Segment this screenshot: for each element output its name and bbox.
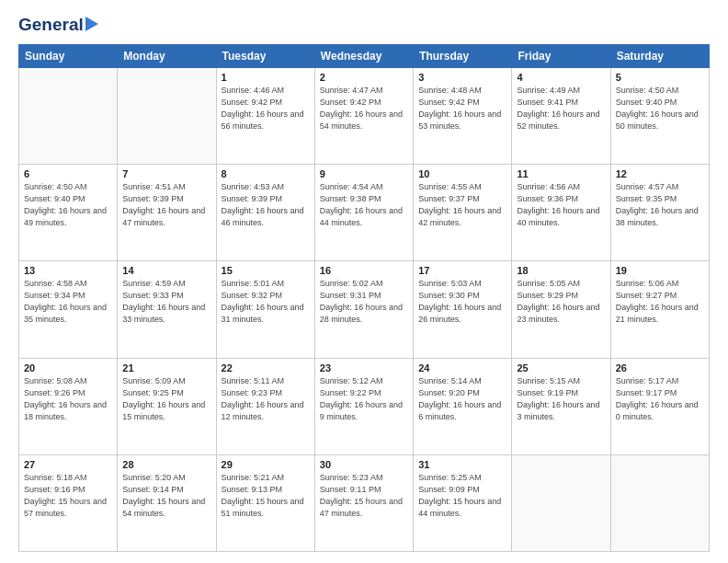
day-info: Sunrise: 5:18 AMSunset: 9:16 PMDaylight:…	[24, 472, 112, 520]
day-number: 14	[122, 265, 210, 276]
day-number: 20	[24, 362, 112, 373]
day-number: 10	[418, 168, 506, 179]
day-info: Sunrise: 4:57 AMSunset: 9:35 PMDaylight:…	[616, 181, 704, 229]
day-number: 29	[222, 459, 310, 470]
day-number: 26	[616, 362, 704, 373]
day-header-wednesday: Wednesday	[314, 44, 413, 67]
calendar-cell: 18Sunrise: 5:05 AMSunset: 9:29 PMDayligh…	[512, 261, 610, 358]
day-header-sunday: Sunday	[19, 44, 118, 67]
calendar-header-row: SundayMondayTuesdayWednesdayThursdayFrid…	[19, 44, 710, 67]
calendar-week-3: 20Sunrise: 5:08 AMSunset: 9:26 PMDayligh…	[19, 358, 710, 454]
day-header-thursday: Thursday	[414, 44, 512, 67]
calendar-cell: 31Sunrise: 5:25 AMSunset: 9:09 PMDayligh…	[414, 454, 512, 551]
day-header-tuesday: Tuesday	[216, 44, 314, 67]
calendar-cell: 19Sunrise: 5:06 AMSunset: 9:27 PMDayligh…	[610, 261, 709, 358]
day-number: 7	[122, 168, 210, 179]
day-number: 30	[320, 459, 408, 470]
day-number: 19	[616, 265, 704, 276]
calendar-cell: 26Sunrise: 5:17 AMSunset: 9:17 PMDayligh…	[610, 358, 709, 454]
day-info: Sunrise: 5:03 AMSunset: 9:30 PMDaylight:…	[418, 278, 506, 326]
logo-general: General	[18, 15, 84, 34]
day-info: Sunrise: 5:05 AMSunset: 9:29 PMDaylight:…	[517, 278, 605, 326]
day-info: Sunrise: 5:09 AMSunset: 9:25 PMDaylight:…	[122, 375, 210, 423]
calendar-cell	[118, 67, 216, 164]
calendar-week-1: 6Sunrise: 4:50 AMSunset: 9:40 PMDaylight…	[19, 165, 710, 261]
day-header-monday: Monday	[118, 44, 216, 67]
calendar-cell: 22Sunrise: 5:11 AMSunset: 9:23 PMDayligh…	[216, 358, 314, 454]
calendar-cell: 21Sunrise: 5:09 AMSunset: 9:25 PMDayligh…	[118, 358, 216, 454]
calendar-week-2: 13Sunrise: 4:58 AMSunset: 9:34 PMDayligh…	[19, 261, 710, 358]
day-number: 13	[24, 265, 112, 276]
day-info: Sunrise: 5:06 AMSunset: 9:27 PMDaylight:…	[616, 278, 704, 326]
day-number: 17	[418, 265, 506, 276]
calendar-cell: 30Sunrise: 5:23 AMSunset: 9:11 PMDayligh…	[314, 454, 413, 551]
day-number: 28	[122, 459, 210, 470]
calendar-cell: 14Sunrise: 4:59 AMSunset: 9:33 PMDayligh…	[118, 261, 216, 358]
day-number: 3	[418, 72, 506, 83]
calendar-cell: 28Sunrise: 5:20 AMSunset: 9:14 PMDayligh…	[118, 454, 216, 551]
calendar-cell: 6Sunrise: 4:50 AMSunset: 9:40 PMDaylight…	[19, 165, 118, 261]
day-info: Sunrise: 5:02 AMSunset: 9:31 PMDaylight:…	[320, 278, 408, 326]
day-number: 12	[616, 168, 704, 179]
calendar-week-4: 27Sunrise: 5:18 AMSunset: 9:16 PMDayligh…	[19, 454, 710, 551]
day-number: 23	[320, 362, 408, 373]
calendar-cell	[512, 454, 610, 551]
day-info: Sunrise: 5:23 AMSunset: 9:11 PMDaylight:…	[320, 472, 408, 520]
calendar-cell: 7Sunrise: 4:51 AMSunset: 9:39 PMDaylight…	[118, 165, 216, 261]
day-header-saturday: Saturday	[610, 44, 709, 67]
day-number: 2	[320, 72, 408, 83]
calendar-cell: 24Sunrise: 5:14 AMSunset: 9:20 PMDayligh…	[414, 358, 512, 454]
day-info: Sunrise: 5:25 AMSunset: 9:09 PMDaylight:…	[418, 472, 506, 520]
day-number: 18	[517, 265, 605, 276]
day-info: Sunrise: 5:08 AMSunset: 9:26 PMDaylight:…	[24, 375, 112, 423]
day-number: 5	[616, 72, 704, 83]
day-info: Sunrise: 4:54 AMSunset: 9:38 PMDaylight:…	[320, 181, 408, 229]
calendar-cell: 27Sunrise: 5:18 AMSunset: 9:16 PMDayligh…	[19, 454, 118, 551]
calendar-cell: 11Sunrise: 4:56 AMSunset: 9:36 PMDayligh…	[512, 165, 610, 261]
calendar-cell: 15Sunrise: 5:01 AMSunset: 9:32 PMDayligh…	[216, 261, 314, 358]
day-number: 16	[320, 265, 408, 276]
day-number: 24	[418, 362, 506, 373]
calendar-cell: 1Sunrise: 4:46 AMSunset: 9:42 PMDaylight…	[216, 67, 314, 164]
calendar-cell: 10Sunrise: 4:55 AMSunset: 9:37 PMDayligh…	[414, 165, 512, 261]
calendar-cell	[19, 67, 118, 164]
calendar-cell: 3Sunrise: 4:48 AMSunset: 9:42 PMDaylight…	[414, 67, 512, 164]
day-info: Sunrise: 4:50 AMSunset: 9:40 PMDaylight:…	[616, 85, 704, 132]
day-number: 21	[122, 362, 210, 373]
day-number: 4	[517, 72, 605, 83]
day-number: 11	[517, 168, 605, 179]
day-number: 27	[24, 459, 112, 470]
day-info: Sunrise: 4:50 AMSunset: 9:40 PMDaylight:…	[24, 181, 112, 229]
day-info: Sunrise: 4:55 AMSunset: 9:37 PMDaylight:…	[418, 181, 506, 229]
day-info: Sunrise: 5:21 AMSunset: 9:13 PMDaylight:…	[222, 472, 310, 520]
day-number: 8	[222, 168, 310, 179]
calendar-cell: 8Sunrise: 4:53 AMSunset: 9:39 PMDaylight…	[216, 165, 314, 261]
calendar-cell	[610, 454, 709, 551]
calendar-table: SundayMondayTuesdayWednesdayThursdayFrid…	[18, 44, 710, 552]
calendar-cell: 5Sunrise: 4:50 AMSunset: 9:40 PMDaylight…	[610, 67, 709, 164]
day-info: Sunrise: 4:58 AMSunset: 9:34 PMDaylight:…	[24, 278, 112, 326]
calendar-cell: 25Sunrise: 5:15 AMSunset: 9:19 PMDayligh…	[512, 358, 610, 454]
day-info: Sunrise: 5:15 AMSunset: 9:19 PMDaylight:…	[517, 375, 605, 423]
calendar-cell: 4Sunrise: 4:49 AMSunset: 9:41 PMDaylight…	[512, 67, 610, 164]
day-info: Sunrise: 4:46 AMSunset: 9:42 PMDaylight:…	[222, 85, 310, 132]
calendar-week-0: 1Sunrise: 4:46 AMSunset: 9:42 PMDaylight…	[19, 67, 710, 164]
day-info: Sunrise: 5:14 AMSunset: 9:20 PMDaylight:…	[418, 375, 506, 423]
day-info: Sunrise: 4:53 AMSunset: 9:39 PMDaylight:…	[222, 181, 310, 229]
calendar-cell: 16Sunrise: 5:02 AMSunset: 9:31 PMDayligh…	[314, 261, 413, 358]
page: General SundayMondayTuesdayWednesdayThur…	[0, 0, 728, 563]
day-number: 6	[24, 168, 112, 179]
logo-triangle-icon	[85, 17, 98, 31]
day-number: 22	[222, 362, 310, 373]
day-number: 9	[320, 168, 408, 179]
calendar-cell: 13Sunrise: 4:58 AMSunset: 9:34 PMDayligh…	[19, 261, 118, 358]
day-number: 15	[222, 265, 310, 276]
calendar-cell: 2Sunrise: 4:47 AMSunset: 9:42 PMDaylight…	[314, 67, 413, 164]
calendar-cell: 9Sunrise: 4:54 AMSunset: 9:38 PMDaylight…	[314, 165, 413, 261]
day-info: Sunrise: 5:11 AMSunset: 9:23 PMDaylight:…	[222, 375, 310, 423]
header: General	[18, 15, 710, 35]
calendar-cell: 20Sunrise: 5:08 AMSunset: 9:26 PMDayligh…	[19, 358, 118, 454]
day-info: Sunrise: 4:48 AMSunset: 9:42 PMDaylight:…	[418, 85, 506, 132]
logo: General	[18, 15, 98, 35]
day-info: Sunrise: 5:17 AMSunset: 9:17 PMDaylight:…	[616, 375, 704, 423]
